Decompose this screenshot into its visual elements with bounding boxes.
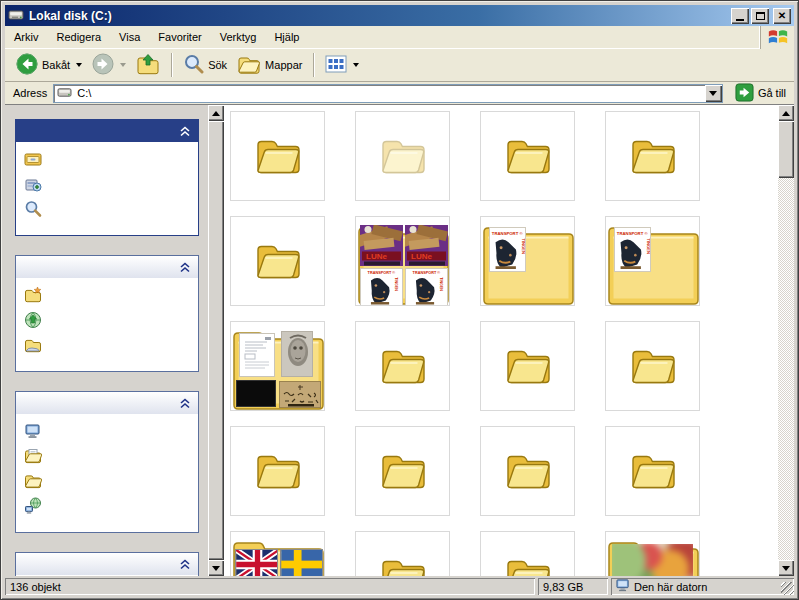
scroll-thumb[interactable] <box>208 121 224 560</box>
image-preview <box>280 549 323 576</box>
folder-tile-folder-blur[interactable] <box>605 531 700 576</box>
toolbar-separator <box>313 53 314 77</box>
folder-icon <box>501 553 555 576</box>
toolbar: Bakåt <box>5 49 794 82</box>
add-remove-programs-icon <box>24 175 42 193</box>
folder-icon <box>376 448 430 494</box>
folder-tile-folder[interactable] <box>480 321 575 411</box>
folder-tile-folder-art[interactable]: LUNe LUNe TRANSPORT © TINGEN TRANSPORT ©… <box>355 216 450 306</box>
folder-tile-folder[interactable] <box>480 531 575 576</box>
svg-text:TRANSPORT ©: TRANSPORT © <box>617 231 649 236</box>
share-folder-icon <box>24 336 42 354</box>
address-input[interactable]: C:\ <box>53 84 723 103</box>
task-link[interactable] <box>24 286 192 304</box>
chevron-collapse-icon[interactable] <box>179 559 191 570</box>
task-link[interactable] <box>24 200 192 218</box>
image-preview <box>281 331 313 377</box>
menubar: Arkiv Redigera Visa Favoriter Verktyg Hj… <box>5 26 794 49</box>
task-link[interactable] <box>24 175 192 193</box>
main-area: LUNe LUNe TRANSPORT © TINGEN TRANSPORT ©… <box>5 105 794 576</box>
task-link[interactable] <box>24 311 192 329</box>
back-label: Bakåt <box>42 59 70 71</box>
content-scrollbar[interactable] <box>778 105 794 576</box>
menu-redigera[interactable]: Redigera <box>47 28 110 46</box>
scroll-track[interactable] <box>778 121 794 560</box>
menu-verktyg[interactable]: Verktyg <box>211 28 266 46</box>
menu-hjalp[interactable]: Hjälp <box>265 28 308 46</box>
resize-grip[interactable] <box>781 582 794 595</box>
close-button[interactable]: ✕ <box>773 8 791 24</box>
folder-tile-folder-poster[interactable]: TRANSPORT © TINGEN <box>605 216 700 306</box>
chevron-collapse-icon[interactable] <box>179 262 191 273</box>
minimize-button[interactable] <box>731 8 749 24</box>
folder-tile-folder-poster[interactable]: TRANSPORT © TINGEN <box>480 216 575 306</box>
back-button[interactable]: Bakåt <box>11 50 87 80</box>
svg-text:LUNe: LUNe <box>366 252 387 261</box>
go-button[interactable]: Gå till <box>731 82 790 105</box>
network-places-icon <box>24 497 42 515</box>
titlebar: Lokal disk (C:) ✕ <box>5 5 794 26</box>
folder-tile-folder[interactable] <box>480 426 575 516</box>
disk-size: 9,83 GB <box>543 581 583 593</box>
folder-tile-folder-docs[interactable] <box>230 321 325 411</box>
folder-tile-folder[interactable] <box>355 531 450 576</box>
folder-tile-folder[interactable] <box>605 321 700 411</box>
search-button[interactable]: Sök <box>178 51 232 80</box>
menu-visa[interactable]: Visa <box>110 28 149 46</box>
task-link[interactable] <box>24 472 192 490</box>
panel-header[interactable] <box>16 553 198 575</box>
menu-arkiv[interactable]: Arkiv <box>5 28 47 46</box>
chevron-collapse-icon[interactable] <box>179 398 191 409</box>
folder-tile-folder[interactable] <box>230 426 325 516</box>
publish-web-icon <box>24 311 42 329</box>
panel-header[interactable] <box>16 120 198 142</box>
panel-body <box>16 414 198 532</box>
sidebar-scrollbar[interactable] <box>208 105 224 576</box>
task-link[interactable] <box>24 150 192 168</box>
image-preview <box>279 381 321 408</box>
address-label: Adress <box>13 87 47 99</box>
back-dropdown-icon[interactable] <box>76 63 82 67</box>
task-link[interactable] <box>24 422 192 440</box>
folder-tile-folder[interactable] <box>605 426 700 516</box>
folders-button[interactable]: Mappar <box>232 51 307 80</box>
folder-icon <box>376 553 430 576</box>
menu-favoriter[interactable]: Favoriter <box>149 28 210 46</box>
address-dropdown-button[interactable] <box>705 85 722 102</box>
folders-icon <box>237 54 261 77</box>
forward-dropdown-icon[interactable] <box>120 63 126 67</box>
task-link[interactable] <box>24 447 192 465</box>
scroll-up-button[interactable] <box>208 105 224 121</box>
image-preview <box>235 549 278 576</box>
maximize-button[interactable] <box>751 8 769 24</box>
svg-text:TINGEN: TINGEN <box>646 238 651 253</box>
forward-button[interactable] <box>87 50 131 80</box>
folder-tile-folder[interactable] <box>605 111 700 201</box>
chevron-collapse-icon[interactable] <box>179 126 191 137</box>
scroll-down-button[interactable] <box>208 560 224 576</box>
panel-header[interactable] <box>16 256 198 278</box>
views-dropdown-icon[interactable] <box>353 63 359 67</box>
task-link[interactable] <box>24 497 192 515</box>
folder-tile-folder-flags[interactable] <box>230 531 325 576</box>
folder-tile-folder[interactable] <box>480 111 575 201</box>
scroll-up-button[interactable] <box>778 105 794 121</box>
folder-tile-folder[interactable] <box>355 426 450 516</box>
svg-text:TINGEN: TINGEN <box>521 238 526 253</box>
up-button[interactable] <box>131 50 165 80</box>
folder-icon <box>501 133 555 179</box>
task-link[interactable] <box>24 336 192 354</box>
folder-tile-folder[interactable] <box>230 216 325 306</box>
folder-tile-folder-hidden[interactable] <box>355 111 450 201</box>
folder-tile-folder[interactable] <box>230 111 325 201</box>
image-preview <box>612 544 693 576</box>
image-preview <box>239 333 275 377</box>
scroll-down-button[interactable] <box>778 560 794 576</box>
views-button[interactable] <box>320 51 364 79</box>
folder-tile-folder[interactable] <box>355 321 450 411</box>
scroll-thumb[interactable] <box>778 121 794 178</box>
folder-icon <box>626 448 680 494</box>
image-preview <box>236 380 276 407</box>
shared-documents-icon <box>24 472 42 490</box>
panel-header[interactable] <box>16 392 198 414</box>
